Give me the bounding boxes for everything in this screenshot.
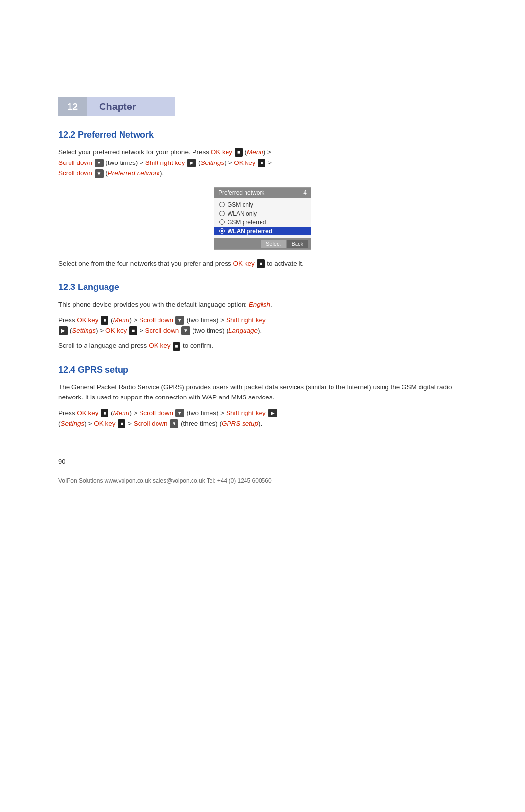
ok-key-label-7: OK key xyxy=(77,409,98,416)
language-italic: Language xyxy=(228,327,258,334)
english-italic: English xyxy=(249,301,270,308)
section-separator xyxy=(58,433,467,443)
select-button[interactable]: Select xyxy=(261,240,286,248)
settings-italic-3: Settings xyxy=(61,420,85,427)
ok-key-icon-4: ■ xyxy=(101,316,108,325)
option-gsm-only: GSM only xyxy=(219,200,306,209)
scroll-down-1: Scroll down xyxy=(58,159,92,166)
ok-key-label-5: OK key xyxy=(105,327,127,334)
ok-key-label-2: OK key xyxy=(234,159,255,166)
section-12-2-heading: 12.2 Preferred Network xyxy=(58,130,467,140)
scroll-down-2: Scroll down xyxy=(58,169,92,177)
ok-key-label-3: OK key xyxy=(233,260,254,267)
settings-italic-2: Settings xyxy=(72,327,96,334)
section-12-3-para2: Press OK key ■ (Menu) > Scroll down ▼ (t… xyxy=(58,315,467,336)
chapter-header: 12 Chapter xyxy=(58,97,467,116)
gprs-setup-italic: GPRS setup xyxy=(222,420,258,427)
shift-icon-1: ▶ xyxy=(187,159,196,167)
section-12-4-para1: The General Packet Radio Service (GPRS) … xyxy=(58,382,467,403)
ok-key-label-4: OK key xyxy=(77,316,98,324)
option-wlan-preferred: WLAN preferred xyxy=(214,227,311,235)
scroll-icon-1: ▼ xyxy=(95,159,104,167)
dialog-footer: Select Back xyxy=(214,238,311,249)
ok-key-icon-5: ■ xyxy=(129,326,137,335)
radio-gsm-only xyxy=(219,202,225,207)
scroll-down-4: Scroll down xyxy=(145,327,179,334)
scroll-down-5: Scroll down xyxy=(139,409,173,416)
section-12-3-para1: This phone device provides you with the … xyxy=(58,299,467,310)
menu-italic-1: Menu xyxy=(247,148,263,156)
menu-italic-3: Menu xyxy=(113,409,130,416)
scroll-down-3: Scroll down xyxy=(139,316,173,324)
scroll-icon-4: ▼ xyxy=(181,326,190,335)
option-wlan-only: WLAN only xyxy=(219,209,306,218)
ok-key-icon-6: ■ xyxy=(173,342,180,351)
scroll-icon-6: ▼ xyxy=(170,419,178,428)
ok-key-label-1: OK key xyxy=(211,148,232,156)
ok-key-icon-7: ■ xyxy=(101,409,108,417)
section-12-4-para2: Press OK key ■ (Menu) > Scroll down ▼ (t… xyxy=(58,408,467,429)
ok-key-icon-2: ■ xyxy=(258,159,265,167)
option-wlan-preferred-label: WLAN preferred xyxy=(228,228,272,235)
ok-key-label-6: OK key xyxy=(149,342,170,349)
shift-icon-2: ▶ xyxy=(59,326,68,335)
section-12-4-heading: 12.4 GPRS setup xyxy=(58,365,467,375)
shift-right-key-3: Shift right key xyxy=(226,409,266,416)
section-12-2-para1: Select your preferred network for your p… xyxy=(58,147,467,179)
chapter-number: 12 xyxy=(58,97,88,116)
section-12-3-heading: 12.3 Language xyxy=(58,282,467,292)
preferred-network-italic: Preferred network xyxy=(108,169,160,177)
dialog-title-number: 4 xyxy=(303,189,307,196)
dialog-body: GSM only WLAN only GSM preferred WLAN pr… xyxy=(214,198,311,238)
dialog-title: Preferred network xyxy=(218,189,264,196)
option-gsm-preferred: GSM preferred xyxy=(219,218,306,227)
shift-right-key-1: Shift right key xyxy=(145,159,185,166)
chapter-label: Chapter xyxy=(88,97,175,116)
footer-text: VoIPon Solutions www.voipon.co.uk sales@… xyxy=(58,473,467,484)
shift-right-key-2: Shift right key xyxy=(226,316,266,324)
option-wlan-only-label: WLAN only xyxy=(228,210,257,217)
option-gsm-only-label: GSM only xyxy=(228,201,253,208)
scroll-down-6: Scroll down xyxy=(134,420,168,427)
preferred-network-dialog: Preferred network 4 GSM only WLAN only G… xyxy=(214,187,311,250)
page-number: 90 xyxy=(58,458,467,465)
menu-italic-2: Menu xyxy=(113,316,130,324)
dialog-title-bar: Preferred network 4 xyxy=(214,188,311,198)
ok-key-label-8: OK key xyxy=(94,420,115,427)
content-area: 12 Chapter 12.2 Preferred Network Select… xyxy=(0,0,525,523)
scroll-icon-2: ▼ xyxy=(95,169,104,178)
section-12-3-para4: Scroll to a language and press OK key ■ … xyxy=(58,341,467,351)
page: 12 Chapter 12.2 Preferred Network Select… xyxy=(0,0,525,812)
back-button[interactable]: Back xyxy=(287,240,308,248)
shift-icon-3: ▶ xyxy=(268,409,277,417)
radio-wlan-preferred xyxy=(219,228,225,234)
radio-gsm-preferred xyxy=(219,219,225,225)
scroll-icon-3: ▼ xyxy=(175,316,184,325)
ok-key-icon-1: ■ xyxy=(235,148,243,157)
settings-italic-1: Settings xyxy=(201,159,225,166)
radio-wlan-only xyxy=(219,211,225,216)
option-gsm-preferred-label: GSM preferred xyxy=(228,219,266,226)
ok-key-icon-3: ■ xyxy=(257,259,264,268)
scroll-icon-5: ▼ xyxy=(175,409,184,417)
section-12-2-para4: Select one from the four networks that y… xyxy=(58,258,467,269)
ok-key-icon-8: ■ xyxy=(118,419,125,428)
